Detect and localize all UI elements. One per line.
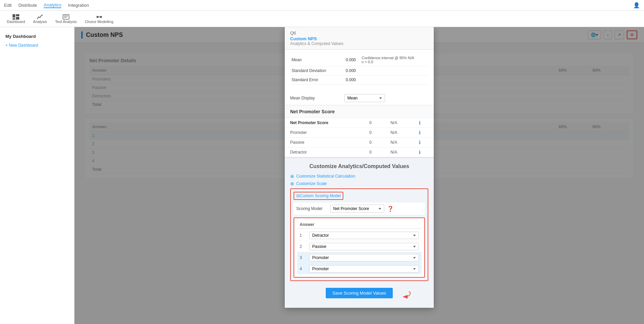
nps-row-1: Promoter 0 N/A ℹ — [285, 128, 434, 138]
nav-analytics[interactable]: Analytics — [44, 2, 61, 8]
customize-scale-link[interactable]: ⊕ Customize Scale — [290, 181, 428, 186]
svg-point-7 — [96, 16, 99, 18]
person-icon: 👤 — [633, 2, 640, 8]
svg-rect-0 — [13, 14, 15, 18]
answer-num-1: 1 — [300, 233, 306, 238]
custom-scoring-model-box: ⊟ Custom Scoring Model Scoring Model Net… — [290, 188, 428, 281]
answer-num-3: 3 — [300, 255, 306, 260]
nps-info-icon-0[interactable]: ℹ — [419, 120, 421, 125]
customize-stat-calc-link[interactable]: ⊕ Customize Statistical Calculation — [290, 173, 428, 179]
std-dev-row: Standard Deviation 0.000 — [290, 66, 428, 75]
answer-row-3: 3 Promoter — [297, 252, 422, 263]
nav-edit[interactable]: Edit — [4, 3, 12, 8]
new-dashboard-link[interactable]: + New Dashboard — [0, 42, 74, 49]
top-nav: Edit Distribute Analytics Integration 👤 — [0, 0, 644, 11]
std-error-row: Standard Error 0.000 — [290, 75, 428, 85]
expand-icon-stat: ⊕ — [290, 173, 294, 179]
answer-select-2[interactable]: Passive — [309, 243, 419, 250]
scoring-model-row: Scoring Model Net Promoter Score ❓ — [294, 203, 425, 215]
customize-title: Customize Analytics/Computed Values — [290, 163, 428, 169]
save-btn-row: Save Scoring Model Values — [290, 284, 428, 302]
nps-table: Net Promoter Score 0 N/A ℹ Promoter 0 N/… — [285, 118, 434, 157]
save-scoring-model-button[interactable]: Save Scoring Model Values — [326, 288, 393, 298]
expand-icon-scale: ⊕ — [290, 181, 294, 186]
customize-section: Customize Analytics/Computed Values ⊕ Cu… — [285, 157, 434, 308]
svg-point-8 — [100, 16, 102, 18]
content-area: Custom NPS 🌐▾ ↓ ↗ ⚙ Net Promoter Details… — [74, 27, 644, 324]
modal-question-label: Q6 — [290, 30, 428, 36]
toolbar-text-analysis[interactable]: Text Analysis — [52, 13, 80, 25]
answer-num-2: 2 — [300, 244, 306, 249]
nps-row-2: Passive 0 N/A ℹ — [285, 138, 434, 147]
nav-distribute[interactable]: Distribute — [18, 3, 37, 8]
answer-num-4: 4 — [300, 267, 306, 271]
toolbar-dashboard[interactable]: Dashboard — [4, 13, 28, 25]
nps-row-3: Detractor 0 N/A ℹ — [285, 147, 434, 157]
mean-display-select[interactable]: Mean — [344, 94, 385, 102]
mean-display-row: Mean Display Mean — [285, 91, 434, 105]
mean-display-label: Mean Display — [290, 96, 344, 100]
sidebar: My Dashboard + New Dashboard — [0, 27, 74, 324]
main-layout: My Dashboard + New Dashboard Custom NPS … — [0, 27, 644, 324]
analytics-table: Mean 0.000 Confidence interval @ 95% N/A… — [290, 54, 428, 85]
modal-dialog: Q6 Custom NPS Analytics & Computed Value… — [285, 27, 434, 308]
nps-info-icon-2[interactable]: ℹ — [419, 140, 421, 145]
modal-subtitle-text: Analytics & Computed Values — [290, 41, 428, 46]
toolbar-analysis[interactable]: Analysis — [30, 13, 50, 25]
toolbar: Dashboard Analysis Text Analysis Choice … — [0, 11, 644, 27]
nps-section-title: Net Promoter Score — [285, 105, 434, 118]
custom-scoring-model-header[interactable]: ⊟ Custom Scoring Model — [294, 192, 343, 200]
answer-table-header: Answer — [297, 221, 422, 229]
arrow-annotation — [388, 289, 415, 299]
sidebar-title: My Dashboard — [0, 31, 74, 42]
help-icon[interactable]: ❓ — [387, 206, 394, 212]
answer-select-3[interactable]: Promoter — [309, 254, 419, 261]
scoring-model-select[interactable]: Net Promoter Score — [330, 205, 384, 213]
scoring-model-label: Scoring Model — [296, 206, 330, 211]
mean-row: Mean 0.000 Confidence interval @ 95% N/A… — [290, 54, 428, 66]
answer-row-1: 1 Detractor — [297, 230, 422, 241]
answer-table-box: Answer 1 Detractor 2 Passive — [294, 217, 425, 278]
nav-integration[interactable]: Integration — [68, 3, 89, 8]
modal-section-title: Custom NPS — [290, 36, 428, 41]
svg-rect-4 — [63, 15, 69, 19]
nps-row-0: Net Promoter Score 0 N/A ℹ — [285, 118, 434, 128]
svg-rect-3 — [16, 17, 19, 20]
expand-icon-scoring: ⊟ — [296, 193, 300, 198]
nps-info-icon-3[interactable]: ℹ — [419, 149, 421, 155]
svg-rect-1 — [16, 14, 19, 16]
toolbar-choice-modelling[interactable]: Choice Modelling — [82, 13, 116, 25]
answer-row-4: 4 Promoter — [297, 263, 422, 274]
modal-body-analytics: Mean 0.000 Confidence interval @ 95% N/A… — [285, 50, 434, 91]
answer-select-1[interactable]: Detractor — [309, 232, 419, 239]
modal-header: Q6 Custom NPS Analytics & Computed Value… — [285, 27, 434, 50]
nps-info-icon-1[interactable]: ℹ — [419, 130, 421, 135]
answer-select-4[interactable]: Promoter — [309, 265, 419, 273]
answer-row-2: 2 Passive — [297, 241, 422, 252]
